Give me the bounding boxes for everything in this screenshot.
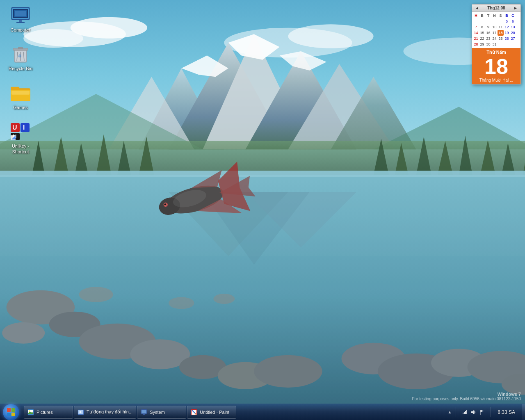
paint-taskbar-icon bbox=[191, 409, 197, 415]
cal-header-mon: B bbox=[479, 13, 485, 18]
computer-icon-img bbox=[11, 6, 30, 25]
svg-rect-95 bbox=[7, 413, 11, 416]
svg-text:U: U bbox=[12, 124, 17, 131]
show-desktop-button[interactable] bbox=[522, 404, 525, 420]
cal-day[interactable]: 22 bbox=[479, 36, 485, 41]
cal-day[interactable]: 13 bbox=[510, 24, 516, 30]
desktop-icons: Computer ♻ bbox=[4, 4, 37, 156]
tray-show-hidden-btn[interactable]: ▲ bbox=[447, 409, 452, 415]
cal-day[interactable] bbox=[473, 18, 479, 24]
taskbar-item-system[interactable]: System bbox=[137, 406, 186, 419]
svg-rect-84 bbox=[11, 91, 30, 95]
cal-day[interactable]: 16 bbox=[485, 30, 491, 36]
cal-day[interactable]: 5 bbox=[504, 18, 510, 24]
svg-rect-115 bbox=[466, 410, 467, 414]
cal-day[interactable]: 17 bbox=[491, 30, 498, 36]
cal-day[interactable]: 31 bbox=[491, 41, 498, 47]
cal-day[interactable]: 12 bbox=[504, 24, 510, 30]
cal-day[interactable]: 27 bbox=[510, 36, 516, 41]
tray-icons bbox=[459, 409, 487, 415]
calendar-header: ◄ Thg12 08 ► bbox=[472, 5, 520, 12]
cal-header-sun: H bbox=[473, 13, 479, 18]
start-button[interactable] bbox=[0, 404, 22, 420]
cal-day[interactable]: 9 bbox=[485, 24, 491, 30]
cal-day[interactable]: 11 bbox=[498, 24, 504, 30]
taskbar-item-paint-label: Untitled - Paint bbox=[200, 410, 229, 415]
clock-area[interactable]: 8:33 SA bbox=[494, 404, 518, 420]
pictures-taskbar-icon bbox=[27, 409, 34, 415]
taskbar-item-slideshow-label: Tự động thay đổi hìn... bbox=[87, 409, 132, 415]
cal-day[interactable]: 30 bbox=[485, 41, 491, 47]
svg-rect-107 bbox=[142, 415, 146, 415]
cal-day[interactable]: 29 bbox=[479, 41, 485, 47]
recycle-bin-icon[interactable]: ♻ Recycle Bin bbox=[4, 43, 37, 73]
svg-rect-114 bbox=[465, 411, 466, 414]
calendar-prev-btn[interactable]: ◄ bbox=[474, 5, 480, 11]
svg-rect-93 bbox=[7, 408, 11, 412]
svg-rect-82 bbox=[11, 87, 19, 90]
svg-rect-117 bbox=[480, 410, 481, 415]
network-tray-icon[interactable] bbox=[462, 409, 468, 415]
cal-day[interactable]: 21 bbox=[473, 36, 479, 41]
calendar-next-btn[interactable]: ► bbox=[512, 5, 519, 11]
cal-day[interactable]: 23 bbox=[485, 36, 491, 41]
computer-icon-label: Computer bbox=[11, 27, 30, 33]
games-folder-icon-img bbox=[11, 83, 30, 103]
svg-point-5 bbox=[288, 24, 373, 48]
cal-day[interactable]: 6 bbox=[510, 18, 516, 24]
system-taskbar-icon bbox=[141, 409, 147, 415]
cal-day[interactable] bbox=[485, 18, 491, 24]
svg-rect-78 bbox=[18, 47, 23, 49]
svg-rect-106 bbox=[143, 414, 145, 415]
cal-day[interactable]: 20 bbox=[510, 30, 516, 36]
cal-day[interactable]: 28 bbox=[473, 41, 479, 47]
slideshow-taskbar-icon bbox=[78, 409, 84, 415]
cal-day[interactable] bbox=[510, 41, 516, 47]
svg-rect-112 bbox=[463, 413, 463, 414]
cal-header-fri: B bbox=[504, 13, 510, 18]
taskbar-item-pictures[interactable]: Pictures bbox=[24, 406, 73, 419]
svg-rect-105 bbox=[142, 410, 146, 413]
cal-day-today[interactable]: 18 bbox=[498, 30, 504, 36]
unikey-icon-label: UniKey - Shortcut bbox=[6, 143, 35, 155]
taskbar-item-pictures-label: Pictures bbox=[37, 410, 53, 415]
calendar-date-display: Thứ Năm 18 Tháng Mười Hai ... bbox=[472, 48, 520, 84]
volume-tray-icon[interactable] bbox=[470, 409, 477, 415]
svg-rect-64 bbox=[0, 171, 525, 420]
cal-day[interactable]: 10 bbox=[491, 24, 498, 30]
clock-time: 8:33 SA bbox=[498, 409, 515, 415]
desktop: Computer ♻ bbox=[0, 0, 525, 420]
cal-day[interactable] bbox=[498, 41, 504, 47]
taskbar-item-slideshow[interactable]: Tự động thay đổi hìn... bbox=[74, 406, 136, 419]
cal-day[interactable]: 8 bbox=[479, 24, 485, 30]
cal-day[interactable] bbox=[504, 41, 510, 47]
calendar-month-year: Thg12 08 bbox=[487, 6, 505, 10]
cal-day[interactable]: 25 bbox=[498, 36, 504, 41]
cal-day[interactable]: 15 bbox=[479, 30, 485, 36]
cal-day[interactable]: 26 bbox=[504, 36, 510, 41]
cal-day[interactable]: 14 bbox=[473, 30, 479, 36]
svg-rect-71 bbox=[16, 22, 25, 23]
svg-point-2 bbox=[71, 17, 147, 39]
computer-icon[interactable]: Computer bbox=[4, 4, 37, 34]
cal-day[interactable]: 24 bbox=[491, 36, 498, 41]
cal-day[interactable] bbox=[498, 18, 504, 24]
cal-day[interactable] bbox=[491, 18, 498, 24]
cal-day[interactable]: 19 bbox=[504, 30, 510, 36]
cal-day[interactable]: 7 bbox=[473, 24, 479, 30]
svg-marker-116 bbox=[471, 410, 474, 414]
games-folder-icon[interactable]: Games bbox=[4, 82, 37, 112]
svg-rect-94 bbox=[11, 408, 15, 412]
svg-text:♻: ♻ bbox=[18, 54, 22, 58]
svg-point-111 bbox=[195, 413, 196, 414]
cal-header-wed: N bbox=[491, 13, 498, 18]
taskbar: Pictures Tự động thay đổi hìn... bbox=[0, 404, 525, 420]
recycle-bin-icon-label: Recycle Bin bbox=[9, 66, 32, 71]
cal-day[interactable] bbox=[479, 18, 485, 24]
action-center-tray-icon[interactable] bbox=[478, 409, 485, 415]
start-orb bbox=[3, 404, 19, 420]
taskbar-item-paint[interactable]: Untitled - Paint bbox=[187, 406, 236, 419]
unikey-icon[interactable]: U I N UniKey - Shortcut bbox=[4, 120, 37, 157]
svg-rect-69 bbox=[15, 11, 26, 16]
system-tray: ▲ bbox=[443, 404, 522, 420]
